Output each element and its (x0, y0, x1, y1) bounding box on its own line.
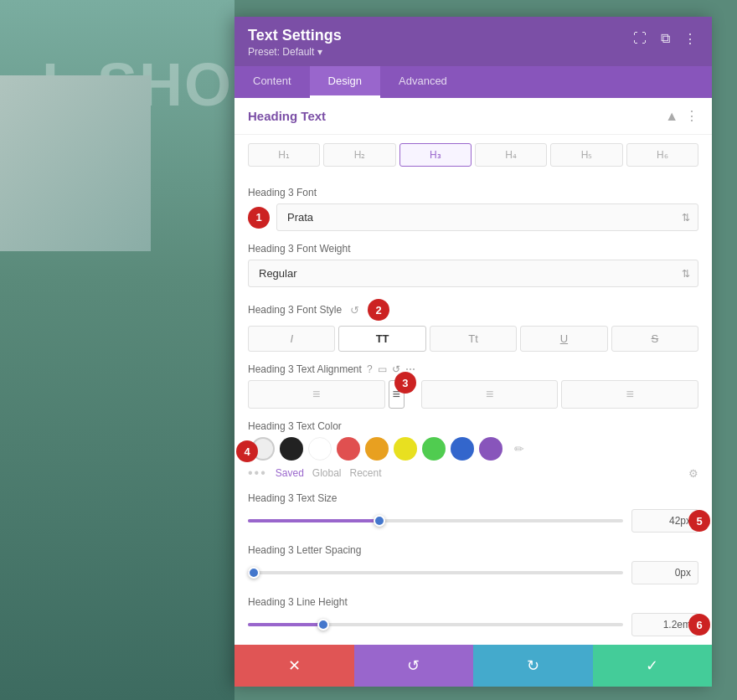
color-dots: ••• (248, 466, 267, 481)
color-swatches: ✏ (251, 437, 531, 461)
heading3-text-color-label: Heading 3 Text Color (248, 420, 698, 432)
section-header: Heading Text ▲ ⋮ (234, 98, 712, 135)
global-color-tab[interactable]: Global (312, 467, 342, 479)
underline-style-btn[interactable]: U (520, 326, 607, 352)
align-left-btn[interactable]: ≡ (248, 380, 385, 409)
heading-tabs: H₁ H₂ H₃ H₄ H₅ H₆ (234, 135, 712, 175)
recent-color-tab[interactable]: Recent (350, 467, 382, 479)
letter-spacing-slider-thumb[interactable] (248, 567, 260, 579)
tab-content[interactable]: Content (234, 66, 310, 98)
save-button[interactable]: ✓ (593, 645, 713, 687)
font-style-buttons: I TT Tt U S (248, 326, 698, 352)
step-badge-2: 2 (368, 299, 389, 321)
letter-spacing-slider-row (248, 561, 698, 584)
color-swatch-black[interactable] (280, 437, 303, 461)
step-badge-6: 6 (688, 614, 710, 636)
panel-footer: ✕ ↺ ↻ ✓ (234, 645, 712, 687)
fullscreen-icon[interactable]: ⛶ (631, 30, 648, 47)
heading-text-section: Heading Text ▲ ⋮ H₁ H₂ H₃ H₄ H₅ H₆ He (234, 98, 712, 645)
h5-tab[interactable]: H₅ (550, 143, 622, 167)
h3-tab[interactable]: H₃ (399, 143, 472, 167)
strikethrough-style-btn[interactable]: S (611, 326, 698, 352)
panel-header-icons: ⛶ ⧉ ⋮ (631, 30, 698, 47)
step-badge-3: 3 (394, 372, 416, 394)
letter-spacing-input[interactable] (631, 561, 698, 584)
line-height-slider-thumb[interactable] (317, 619, 329, 631)
line-height-slider-wrap (248, 623, 623, 626)
section-header-icons: ▲ ⋮ (665, 108, 698, 124)
line-height-slider-row: 6 (248, 613, 698, 636)
reset-button[interactable]: ↺ (354, 645, 474, 687)
color-swatch-blue[interactable] (451, 437, 474, 461)
heading3-font-select[interactable]: Prata (276, 203, 698, 231)
panel-tabs: Content Design Advanced (234, 66, 712, 98)
more-options-icon[interactable]: ⋮ (682, 30, 698, 47)
form-section: Heading 3 Font 1 Prata ⇅ (234, 187, 712, 645)
text-size-slider-row: 5 (248, 509, 698, 533)
collapse-icon[interactable]: ▲ (665, 109, 678, 124)
panel-title-area: Text Settings Preset: Default ▾ (248, 27, 342, 58)
text-size-slider-fill (248, 519, 379, 522)
section-more-icon[interactable]: ⋮ (685, 108, 698, 124)
step-badge-1: 1 (248, 207, 270, 229)
color-settings-icon[interactable]: ⚙ (688, 467, 698, 480)
columns-icon[interactable]: ⧉ (657, 30, 673, 47)
capitalize-style-btn[interactable]: Tt (430, 326, 517, 352)
color-swatch-red[interactable] (337, 437, 360, 461)
letter-spacing-slider-track (248, 571, 623, 574)
text-size-slider-track (248, 519, 623, 522)
heading3-font-label: Heading 3 Font (248, 187, 698, 198)
panel-preset[interactable]: Preset: Default ▾ (248, 46, 342, 58)
panel-header: Text Settings Preset: Default ▾ ⛶ ⧉ ⋮ (234, 17, 712, 66)
step-badge-4: 4 (236, 440, 258, 462)
text-size-slider-thumb[interactable] (374, 515, 385, 527)
heading3-line-height-label: Heading 3 Line Height (248, 596, 698, 608)
alignment-buttons-row: ≡ ≡ 3 ≡ ≡ (248, 380, 698, 409)
h1-tab[interactable]: H₁ (248, 143, 320, 167)
heading3-letter-spacing-label: Heading 3 Letter Spacing (248, 544, 698, 556)
uppercase-style-btn[interactable]: TT (338, 326, 425, 352)
italic-style-btn[interactable]: I (248, 326, 335, 352)
heading3-text-alignment-label: Heading 3 Text Alignment (248, 363, 362, 375)
color-swatches-row: 4 ✏ (248, 437, 698, 461)
panel-title: Text Settings (248, 27, 342, 44)
color-pencil-icon[interactable]: ✏ (508, 437, 531, 461)
tab-design[interactable]: Design (310, 66, 380, 98)
color-swatch-orange[interactable] (365, 437, 389, 461)
section-title: Heading Text (248, 109, 326, 123)
line-height-slider-track (248, 623, 623, 626)
text-settings-panel: Text Settings Preset: Default ▾ ⛶ ⧉ ⋮ Co… (234, 17, 712, 687)
heading3-font-weight-wrap: Regular ⇅ (248, 260, 698, 287)
color-swatch-white[interactable] (308, 437, 332, 461)
text-size-slider-wrap (248, 519, 623, 522)
heading3-font-style-label: Heading 3 Font Style (248, 304, 342, 316)
panel-body: Heading Text ▲ ⋮ H₁ H₂ H₃ H₄ H₅ H₆ He (234, 98, 712, 645)
heading3-font-weight-select[interactable]: Regular (248, 260, 698, 287)
background-image-block (0, 75, 151, 251)
step-badge-5: 5 (688, 510, 710, 532)
heading3-font-weight-label: Heading 3 Font Weight (248, 243, 698, 255)
alignment-label-row: Heading 3 Text Alignment ? ▭ ↺ ⋯ (248, 363, 698, 375)
color-swatch-green[interactable] (422, 437, 446, 461)
color-swatch-yellow[interactable] (394, 437, 417, 461)
letter-spacing-slider-wrap (248, 571, 623, 574)
h4-tab[interactable]: H₄ (475, 143, 547, 167)
h6-tab[interactable]: H₆ (626, 143, 698, 167)
redo-button[interactable]: ↻ (473, 645, 593, 687)
color-tabs-row: ••• Saved Global Recent ⚙ (248, 466, 698, 481)
align-justify-btn[interactable]: ≡ (561, 380, 698, 409)
cancel-button[interactable]: ✕ (234, 645, 354, 687)
align-right-btn[interactable]: ≡ (421, 380, 559, 409)
saved-color-tab[interactable]: Saved (276, 467, 304, 479)
color-swatch-purple[interactable] (479, 437, 502, 461)
h2-tab[interactable]: H₂ (323, 143, 395, 167)
line-height-slider-fill (248, 623, 323, 626)
tab-advanced[interactable]: Advanced (380, 66, 466, 98)
heading3-text-size-label: Heading 3 Text Size (248, 492, 698, 504)
alignment-help-icon[interactable]: ? (367, 363, 373, 375)
alignment-device-icon[interactable]: ▭ (378, 363, 387, 375)
font-style-reset-icon[interactable]: ↺ (350, 304, 359, 317)
